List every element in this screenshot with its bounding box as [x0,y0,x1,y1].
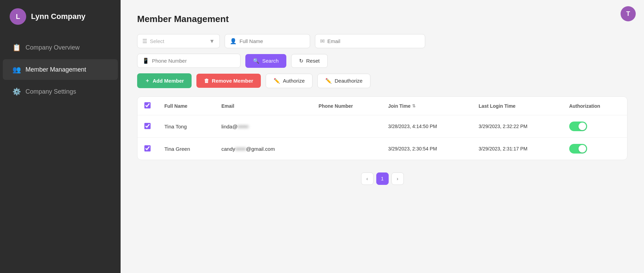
fullname-filter[interactable]: 👤 [225,34,310,48]
sidebar: L Lynn Company 📋 Company Overview 👥 Memb… [0,0,121,273]
email-filter[interactable]: ✉ [315,34,425,48]
search-icon: 🔍 [253,58,259,64]
row-join-time: 3/29/2023, 2:30:54 PM [381,138,472,160]
row-email: candy••••••@gmail.com [215,138,312,160]
authorization-toggle[interactable] [569,122,587,131]
sidebar-item-label: Company Settings [25,88,76,95]
row-checkbox[interactable] [144,145,151,151]
sidebar-item-member-management[interactable]: 👥 Member Management [3,59,118,80]
table-row: Tina Tong linda@•••••• 3/28/2023, 4:14:5… [137,115,627,138]
company-avatar: L [10,8,26,25]
sidebar-item-label: Company Overview [25,44,80,51]
row-phone [312,115,381,138]
filter-row-1: ☰ Select ▼ 👤 ✉ [137,34,627,48]
row-join-time: 3/28/2023, 4:14:50 PM [381,115,472,138]
search-button[interactable]: 🔍 Search [245,54,286,68]
email-icon: ✉ [320,38,325,44]
pagination-page-1[interactable]: 1 [376,172,389,185]
action-row: ＋ Add Member 🗑 Remove Member ✏️ Authoriz… [137,73,627,88]
sidebar-item-company-overview[interactable]: 📋 Company Overview [3,37,118,58]
col-header-email: Email [215,97,312,115]
row-checkbox[interactable] [144,123,151,129]
toggle-knob [579,145,586,153]
authorize-icon: ✏️ [274,78,280,84]
members-table: Full Name Email Phone Number Join Time ⇅ [137,97,627,160]
col-header-phone: Phone Number [312,97,381,115]
deauthorize-button[interactable]: ✏️ Deauthorize [317,74,370,88]
row-fullname: Tina Green [157,138,215,160]
phone-filter[interactable]: 📱 [137,54,241,68]
role-select[interactable]: ☰ Select ▼ [137,34,220,48]
reset-button[interactable]: ↻ Reset [291,54,328,68]
fullname-input[interactable] [239,38,305,44]
user-avatar[interactable]: T [621,6,636,21]
authorization-toggle[interactable] [569,144,587,154]
col-header-last-login: Last Login Time [472,97,562,115]
table-header-row: Full Name Email Phone Number Join Time ⇅ [137,97,627,115]
filter-row-2: 📱 🔍 Search ↻ Reset [137,54,627,68]
add-member-label: Add Member [153,78,184,84]
authorize-label: Authorize [283,78,305,84]
table-body: Tina Tong linda@•••••• 3/28/2023, 4:14:5… [137,115,627,160]
select-all-checkbox[interactable] [144,102,151,108]
col-header-fullname: Full Name [157,97,215,115]
select-placeholder: Select [150,38,206,44]
sort-icon: ⇅ [412,104,416,108]
pagination-prev[interactable]: ‹ [361,172,374,185]
row-email: linda@•••••• [215,115,312,138]
row-last-login: 3/29/2023, 2:31:17 PM [472,138,562,160]
col-header-join-time[interactable]: Join Time ⇅ [381,97,472,115]
deauthorize-icon: ✏️ [325,78,332,84]
deauthorize-label: Deauthorize [335,78,362,84]
reset-label: Reset [306,58,320,64]
main-content: Member Management ☰ Select ▼ 👤 ✉ 📱 🔍 Sea… [121,0,644,273]
company-name: Lynn Company [31,12,85,21]
sidebar-item-label: Member Management [25,66,86,73]
pagination: ‹ 1 › [137,172,627,185]
sidebar-nav: 📋 Company Overview 👥 Member Management ⚙… [0,37,121,102]
search-label: Search [262,58,279,64]
add-icon: ＋ [145,77,150,84]
select-icon: ☰ [142,38,147,44]
row-authorization[interactable] [562,138,627,160]
row-authorization[interactable] [562,115,627,138]
toggle-knob [579,123,586,130]
trash-icon: 🗑 [204,78,209,84]
chevron-down-icon: ▼ [209,38,215,44]
phone-input[interactable] [152,58,235,64]
row-checkbox-cell[interactable] [137,115,157,138]
company-overview-icon: 📋 [12,43,21,52]
email-input[interactable] [327,38,420,44]
row-fullname: Tina Tong [157,115,215,138]
remove-member-label: Remove Member [212,78,253,84]
authorize-button[interactable]: ✏️ Authorize [266,74,313,88]
person-icon: 👤 [230,38,237,44]
remove-member-button[interactable]: 🗑 Remove Member [196,74,261,88]
sidebar-header: L Lynn Company [0,0,121,33]
table-row: Tina Green candy••••••@gmail.com 3/29/20… [137,138,627,160]
members-table-container: Full Name Email Phone Number Join Time ⇅ [137,96,627,160]
select-all-cell[interactable] [137,97,157,115]
row-last-login: 3/29/2023, 2:32:22 PM [472,115,562,138]
row-checkbox-cell[interactable] [137,138,157,160]
company-settings-icon: ⚙️ [12,87,21,96]
add-member-button[interactable]: ＋ Add Member [137,73,192,88]
member-management-icon: 👥 [12,65,21,74]
col-header-authorization: Authorization [562,97,627,115]
sidebar-item-company-settings[interactable]: ⚙️ Company Settings [3,81,118,102]
pagination-next[interactable]: › [391,172,404,185]
page-title: Member Management [137,14,627,24]
reset-icon: ↻ [299,58,304,64]
phone-icon: 📱 [142,57,149,64]
row-phone [312,138,381,160]
